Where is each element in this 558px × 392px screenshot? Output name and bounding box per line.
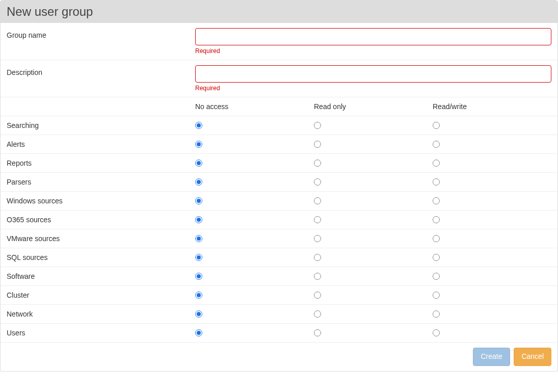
permission-row: Software xyxy=(1,267,557,286)
permission-radio-no_access[interactable] xyxy=(195,292,202,299)
permission-radio-read_only[interactable] xyxy=(314,292,321,299)
column-header-no-access: No access xyxy=(195,102,314,111)
permission-radio-read_only[interactable] xyxy=(314,178,321,186)
group-name-label: Group name xyxy=(7,28,195,39)
permission-radio-read_only[interactable] xyxy=(314,254,321,261)
panel-title: New user group xyxy=(1,1,557,23)
permission-radio-read_write[interactable] xyxy=(433,141,440,148)
permission-radio-read_only[interactable] xyxy=(314,273,321,280)
permission-row: Searching xyxy=(1,116,557,135)
permission-radio-read_only[interactable] xyxy=(314,329,321,336)
permission-row-label: VMware sources xyxy=(7,234,195,243)
permission-row: Windows sources xyxy=(1,192,557,211)
permission-radio-read_write[interactable] xyxy=(433,178,440,186)
permission-row: Parsers xyxy=(1,173,557,192)
permission-row-label: Network xyxy=(7,310,195,318)
permission-row: Alerts xyxy=(1,135,557,154)
permission-row-label: Searching xyxy=(7,121,195,129)
permissions-rows: SearchingAlertsReportsParsersWindows sou… xyxy=(1,116,557,343)
permission-radio-no_access[interactable] xyxy=(195,160,202,167)
permission-radio-no_access[interactable] xyxy=(195,216,202,223)
permission-row: SQL sources xyxy=(1,248,557,267)
permission-row-label: Software xyxy=(7,272,195,280)
column-header-read-write: Read/write xyxy=(433,102,551,111)
permission-row-label: Users xyxy=(7,329,195,337)
permission-radio-read_write[interactable] xyxy=(433,273,440,280)
description-input[interactable] xyxy=(195,65,551,83)
permission-radio-no_access[interactable] xyxy=(195,178,202,186)
permission-radio-read_only[interactable] xyxy=(314,160,321,167)
permission-row-label: Alerts xyxy=(7,140,195,148)
permission-radio-read_write[interactable] xyxy=(433,254,440,261)
permission-radio-read_write[interactable] xyxy=(433,329,440,336)
permission-radio-no_access[interactable] xyxy=(195,197,202,204)
permission-row-label: O365 sources xyxy=(7,216,195,224)
description-label: Description xyxy=(7,65,195,76)
permission-row-label: Windows sources xyxy=(7,197,195,205)
permission-radio-read_only[interactable] xyxy=(314,235,321,242)
permission-radio-no_access[interactable] xyxy=(195,141,202,148)
permission-radio-read_only[interactable] xyxy=(314,122,321,129)
permission-radio-no_access[interactable] xyxy=(195,254,202,261)
permission-row-label: Cluster xyxy=(7,291,195,299)
permission-row: Reports xyxy=(1,154,557,173)
permission-radio-read_write[interactable] xyxy=(433,216,440,223)
permission-row: VMware sources xyxy=(1,229,557,248)
permission-row-label: Parsers xyxy=(7,178,195,186)
permission-radio-no_access[interactable] xyxy=(195,310,202,318)
permissions-header-row: No access Read only Read/write xyxy=(1,97,557,116)
permission-row: Cluster xyxy=(1,286,557,305)
permission-radio-read_write[interactable] xyxy=(433,122,440,129)
permission-radio-read_only[interactable] xyxy=(314,197,321,204)
permission-radio-read_write[interactable] xyxy=(433,197,440,204)
permission-radio-read_only[interactable] xyxy=(314,141,321,148)
description-error: Required xyxy=(195,85,551,92)
panel-footer: Create Cancel xyxy=(1,343,557,371)
permission-row-label: SQL sources xyxy=(7,253,195,262)
permission-row: O365 sources xyxy=(1,211,557,229)
permission-radio-read_only[interactable] xyxy=(314,216,321,223)
permission-row-label: Reports xyxy=(7,159,195,167)
permission-radio-no_access[interactable] xyxy=(195,235,202,242)
description-row: Description Required xyxy=(1,60,557,97)
create-button[interactable]: Create xyxy=(473,348,510,366)
permission-radio-read_write[interactable] xyxy=(433,235,440,242)
permission-radio-read_write[interactable] xyxy=(433,160,440,167)
permission-radio-no_access[interactable] xyxy=(195,273,202,280)
permission-radio-no_access[interactable] xyxy=(195,329,202,336)
permission-row: Network xyxy=(1,305,557,324)
panel-body: Group name Required Description Required… xyxy=(1,23,557,343)
cancel-button[interactable]: Cancel xyxy=(514,348,551,366)
permission-row: Users xyxy=(1,324,557,343)
group-name-row: Group name Required xyxy=(1,23,557,60)
new-user-group-panel: New user group Group name Required Descr… xyxy=(0,0,558,372)
permission-radio-read_write[interactable] xyxy=(433,310,440,318)
permission-radio-read_write[interactable] xyxy=(433,292,440,299)
column-header-read-only: Read only xyxy=(314,102,433,111)
group-name-error: Required xyxy=(195,47,551,55)
permission-radio-no_access[interactable] xyxy=(195,122,202,129)
group-name-input[interactable] xyxy=(195,28,551,45)
permission-radio-read_only[interactable] xyxy=(314,310,321,318)
